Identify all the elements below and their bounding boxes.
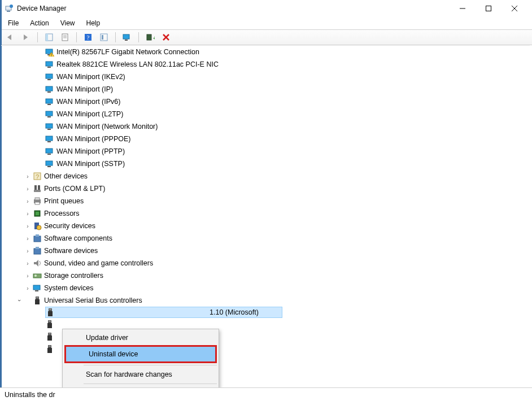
- device-label-suffix: 1.10 (Microsoft): [210, 308, 259, 316]
- svg-rect-4: [486, 6, 491, 11]
- svg-rect-65: [35, 290, 38, 291]
- svg-rect-40: [47, 141, 51, 142]
- action-center-button[interactable]: [97, 31, 111, 43]
- menu-bar: File Action View Help: [0, 17, 532, 29]
- expand-icon[interactable]: ›: [24, 247, 32, 255]
- toolbar: ? +: [0, 29, 532, 45]
- minimize-button[interactable]: [450, 0, 476, 17]
- category-print-queues[interactable]: ›Print queues: [1, 195, 530, 207]
- expand-icon[interactable]: ›: [24, 172, 32, 180]
- add-legacy-hardware-button[interactable]: +: [143, 31, 157, 43]
- svg-rect-31: [46, 86, 53, 91]
- svg-rect-67: [35, 299, 40, 304]
- svg-rect-73: [51, 309, 51, 310]
- svg-rect-36: [47, 116, 51, 117]
- category-sound-controllers[interactable]: ›Sound, video and game controllers: [1, 257, 530, 269]
- expand-icon[interactable]: ›: [24, 222, 32, 230]
- back-button[interactable]: [3, 31, 17, 43]
- svg-rect-44: [47, 166, 51, 167]
- usb-icon: [46, 308, 55, 317]
- device-item-selected[interactable]: 1.10 (Microsoft): [45, 307, 282, 318]
- expand-icon[interactable]: ›: [24, 259, 32, 267]
- menu-view[interactable]: View: [55, 18, 81, 28]
- show-hide-console-tree-button[interactable]: [42, 31, 56, 43]
- device-item[interactable]: WAN Miniport (IP): [1, 83, 530, 95]
- svg-rect-59: [34, 249, 41, 254]
- expand-icon[interactable]: ›: [24, 185, 32, 193]
- device-item[interactable]: WAN Miniport (IPv6): [1, 95, 530, 108]
- category-usb-controllers[interactable]: › Universal Serial Bus controllers: [1, 294, 530, 307]
- ctx-uninstall-device[interactable]: Uninstall device: [66, 347, 215, 361]
- collapse-icon[interactable]: ›: [16, 297, 24, 304]
- svg-rect-43: [46, 161, 53, 165]
- device-item[interactable]: WAN Miniport (PPTP): [1, 145, 530, 158]
- svg-rect-58: [36, 234, 39, 237]
- category-security-devices[interactable]: ›Security devices: [1, 220, 530, 232]
- ctx-update-driver[interactable]: Update driver: [63, 330, 218, 345]
- network-adapter-icon: [45, 122, 54, 131]
- menu-help[interactable]: Help: [81, 18, 106, 28]
- expand-icon[interactable]: ›: [24, 197, 32, 205]
- device-item[interactable]: WAN Miniport (PPPOE): [1, 133, 530, 145]
- device-label: WAN Miniport (Network Monitor): [56, 123, 158, 130]
- window-title: Device Manager: [17, 5, 66, 12]
- svg-rect-70: [49, 308, 52, 311]
- software-device-icon: [33, 246, 42, 255]
- svg-rect-41: [46, 149, 53, 153]
- device-item[interactable]: WAN Miniport (IKEv2): [1, 71, 530, 83]
- svg-rect-38: [47, 129, 51, 130]
- svg-rect-17: [123, 34, 129, 39]
- toolbar-divider: [37, 32, 38, 42]
- close-button[interactable]: [502, 0, 527, 17]
- app-icon: [5, 4, 14, 13]
- port-icon: [33, 184, 42, 193]
- svg-rect-84: [49, 346, 50, 347]
- usb-icon: [45, 320, 54, 329]
- category-storage-controllers[interactable]: ›Storage controllers: [1, 269, 530, 282]
- svg-rect-37: [46, 124, 53, 128]
- device-item[interactable]: ! Intel(R) 82567LF Gigabit Network Conne…: [1, 46, 530, 58]
- properties-button[interactable]: [58, 31, 72, 43]
- device-label: Intel(R) 82567LF Gigabit Network Connect…: [56, 48, 199, 56]
- scan-hardware-button[interactable]: [120, 31, 134, 43]
- ctx-scan-hardware[interactable]: Scan for hardware changes: [63, 367, 218, 382]
- category-ports[interactable]: ›Ports (COM & LPT): [1, 182, 530, 195]
- svg-rect-35: [46, 111, 53, 116]
- device-label: WAN Miniport (PPPOE): [56, 135, 131, 143]
- category-processors[interactable]: ›Processors: [1, 207, 530, 220]
- maximize-button[interactable]: [476, 0, 502, 17]
- svg-rect-77: [50, 321, 51, 322]
- menu-action[interactable]: Action: [24, 18, 54, 28]
- device-item[interactable]: Realtek 8821CE Wireless LAN 802.11ac PCI…: [1, 58, 530, 71]
- device-item[interactable]: WAN Miniport (Network Monitor): [1, 120, 530, 133]
- uninstall-device-button[interactable]: [159, 31, 173, 43]
- usb-icon: [33, 296, 42, 305]
- category-label: Software components: [44, 234, 112, 242]
- context-divider: [84, 383, 217, 384]
- svg-rect-47: [34, 185, 37, 190]
- expand-icon[interactable]: ›: [24, 210, 32, 217]
- category-label: Universal Serial Bus controllers: [44, 297, 142, 304]
- expand-icon[interactable]: ›: [24, 272, 32, 280]
- category-label: System devices: [44, 284, 94, 292]
- menu-file[interactable]: File: [2, 18, 24, 28]
- svg-rect-32: [47, 91, 51, 93]
- forward-button[interactable]: [19, 31, 33, 43]
- svg-rect-54: [36, 212, 39, 215]
- device-item[interactable]: WAN Miniport (L2TP): [1, 108, 530, 120]
- category-software-devices[interactable]: ›Software devices: [1, 245, 530, 257]
- svg-rect-80: [49, 333, 50, 334]
- svg-rect-76: [49, 321, 50, 322]
- network-adapter-icon: [45, 85, 54, 94]
- svg-text:?: ?: [36, 173, 39, 180]
- svg-rect-57: [34, 236, 41, 242]
- device-item[interactable]: WAN Miniport (SSTP): [1, 158, 530, 170]
- category-other-devices[interactable]: ›?Other devices: [1, 170, 530, 182]
- svg-point-56: [37, 225, 41, 230]
- expand-icon[interactable]: ›: [24, 234, 32, 242]
- category-software-components[interactable]: ›Software components: [1, 232, 530, 245]
- expand-icon[interactable]: ›: [24, 284, 32, 292]
- help-button[interactable]: ?: [81, 31, 95, 43]
- category-label: Sound, video and game controllers: [44, 259, 153, 267]
- category-system-devices[interactable]: ›System devices: [1, 282, 530, 294]
